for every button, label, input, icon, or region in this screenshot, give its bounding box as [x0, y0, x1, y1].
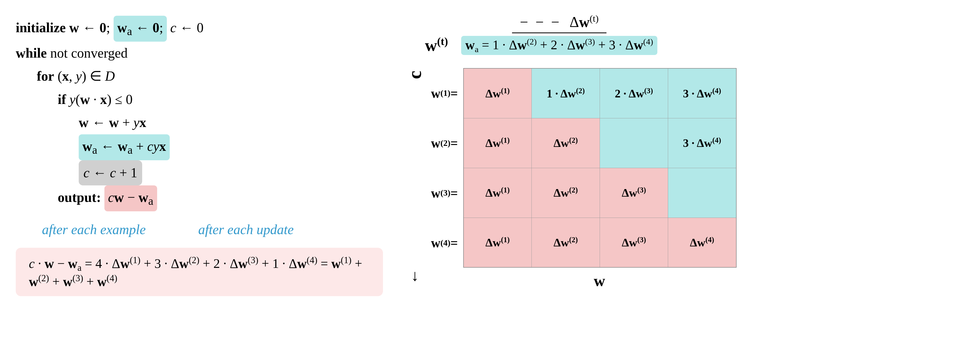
- cell-r2c2: Δw(2): [532, 118, 600, 168]
- after-update-text: after each update: [198, 222, 294, 237]
- initialize-keyword: initialize: [16, 20, 66, 35]
- algo-line-6: wa ← wa + cyx: [16, 135, 383, 160]
- algo-c-assign: c ← 0: [170, 20, 204, 35]
- table-row: Δw(1) Δw(2) 3 · Δw(4): [463, 118, 736, 168]
- cell-r2c4: 3 · Δw(4): [668, 118, 736, 168]
- cell-r4c4: Δw(4): [668, 218, 736, 268]
- frac-denominator: wa = 1 · Δw(2) + 2 · Δw(3) + 3 · Δw(4): [461, 33, 657, 55]
- w-axis-label: w: [431, 268, 737, 290]
- after-example-label: after each example: [42, 222, 146, 237]
- matrix-content: w(1) = w(2) = w(3) = w(4) =: [431, 68, 737, 268]
- not-converged: not converged: [50, 46, 127, 60]
- row-labels-col: w(1) = w(2) = w(3) = w(4) =: [431, 68, 463, 268]
- if-condition: y(w · x) ≤ 0: [70, 92, 133, 107]
- c-increment-highlight: c ← c + 1: [79, 160, 142, 185]
- cell-r3c1: Δw(1): [463, 168, 532, 218]
- row-label-2: w(2) =: [431, 118, 458, 168]
- c-axis: c ↓: [404, 68, 428, 290]
- after-example-text: after each example: [42, 222, 146, 237]
- wt-label: w(t): [425, 35, 448, 55]
- frac-numerator: − − − Δw(t): [512, 13, 606, 33]
- for-keyword: for: [37, 69, 54, 84]
- down-arrow-icon: ↓: [411, 267, 419, 285]
- cell-r1c1: Δw(1): [463, 68, 532, 118]
- bottom-formula-box: c · w − wa = 4 · Δw(1) + 3 · Δw(2) + 2 ·…: [16, 248, 383, 296]
- matrix-grid-area: w(1) = w(2) = w(3) = w(4) =: [431, 68, 737, 290]
- for-body: (x, y) ∈ D: [57, 69, 115, 84]
- cell-r2c3: [600, 118, 668, 168]
- algo-line-5: w ← w + yx: [16, 111, 383, 134]
- row-label-1: w(1) =: [431, 68, 458, 118]
- table-row: Δw(1) Δw(2) Δw(3): [463, 168, 736, 218]
- algo-line-3: for (x, y) ∈ D: [16, 65, 383, 88]
- cell-r3c3: Δw(3): [600, 168, 668, 218]
- if-keyword: if: [58, 92, 66, 107]
- algo-line-7: c ← c + 1: [16, 160, 383, 185]
- cell-r2c1: Δw(1): [463, 118, 532, 168]
- frac-den-highlight: wa = 1 · Δw(2) + 2 · Δw(3) + 3 · Δw(4): [461, 36, 657, 55]
- algo-line-1: initialize w ← 0; wa ← 0; c ← 0: [16, 16, 383, 42]
- algo-line-8: output: cw − wa: [16, 185, 383, 211]
- cell-r1c3: 2 · Δw(3): [600, 68, 668, 118]
- arrows-labels-row: after each example after each update: [16, 222, 383, 237]
- right-panel: w(t) − − − Δw(t) wa = 1 · Δw(2) + 2 · Δw…: [404, 11, 964, 331]
- cell-r4c2: Δw(2): [532, 218, 600, 268]
- cw-highlight: cw − wa: [104, 185, 157, 211]
- algo-line-4: if y(w · x) ≤ 0: [16, 88, 383, 111]
- cell-r3c4: [668, 168, 736, 218]
- matrix-wrapper: c ↓ w(1) = w(2) = w(3) =: [404, 68, 964, 290]
- output-formula: cw − wa: [104, 190, 157, 205]
- left-panel: initialize w ← 0; wa ← 0; c ← 0 while no…: [16, 11, 383, 331]
- row-label-3: w(3) =: [431, 168, 458, 218]
- while-keyword: while: [16, 46, 47, 60]
- algo-w-assign: w ← 0;: [69, 20, 110, 35]
- algorithm-block: initialize w ← 0; wa ← 0; c ← 0 while no…: [16, 16, 383, 211]
- top-formula-row: w(t) − − − Δw(t) wa = 1 · Δw(2) + 2 · Δw…: [425, 13, 964, 55]
- cell-r1c4: 3 · Δw(4): [668, 68, 736, 118]
- c-axis-label: c: [404, 71, 426, 79]
- algo-line-2: while not converged: [16, 42, 383, 65]
- wa-update-highlight: wa ← wa + cyx: [79, 135, 170, 160]
- cell-r4c3: Δw(3): [600, 218, 668, 268]
- matrix-table: Δw(1) 1 · Δw(2) 2 · Δw(3) 3 · Δw(4): [463, 68, 737, 268]
- table-row: Δw(1) Δw(2) Δw(3) Δw(4): [463, 218, 736, 268]
- after-update-label: after each update: [198, 222, 294, 237]
- table-row: Δw(1) 1 · Δw(2) 2 · Δw(3) 3 · Δw(4): [463, 68, 736, 118]
- cell-r4c1: Δw(1): [463, 218, 532, 268]
- main-container: initialize w ← 0; wa ← 0; c ← 0 while no…: [0, 0, 980, 342]
- output-keyword: output:: [58, 190, 101, 205]
- cell-r3c2: Δw(2): [532, 168, 600, 218]
- row-label-4: w(4) =: [431, 218, 458, 268]
- wa-highlight: wa ← 0;: [114, 16, 167, 42]
- cell-r1c2: 1 · Δw(2): [532, 68, 600, 118]
- fraction-block: − − − Δw(t) wa = 1 · Δw(2) + 2 · Δw(3) +…: [461, 13, 657, 55]
